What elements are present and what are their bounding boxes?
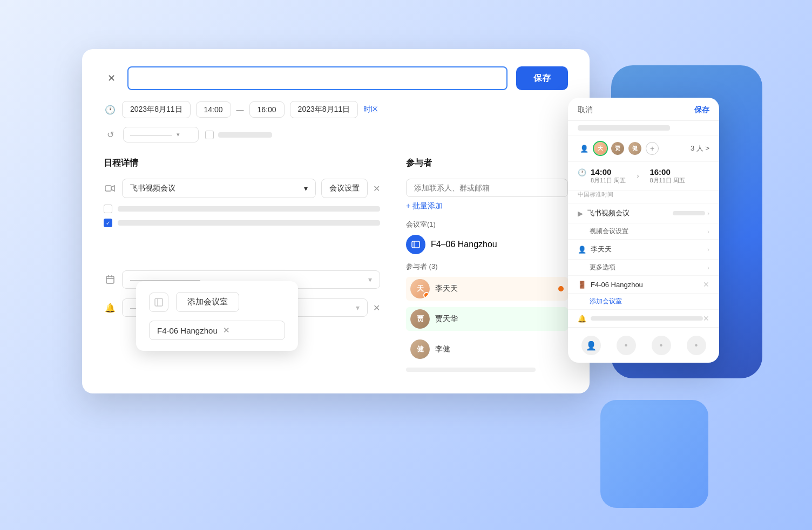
option-item-2: ✓ <box>104 219 380 227</box>
participants-search-input[interactable] <box>406 179 568 197</box>
start-time-button[interactable]: 14:00 <box>196 101 231 118</box>
start-date-button[interactable]: 2023年8月11日 <box>122 101 191 118</box>
option-item-1 <box>104 205 380 213</box>
arrow-icon: › <box>637 172 639 180</box>
close-button[interactable]: ✕ <box>104 71 119 86</box>
status-badge <box>423 292 430 298</box>
video-settings-label: 视频会议设置 <box>590 227 628 236</box>
option-checkbox-1[interactable] <box>104 205 112 213</box>
person-icon: 👤 <box>578 246 586 254</box>
video-meeting-row: 飞书视频会议 ▾ 会议设置 ✕ <box>104 179 380 198</box>
more-options-label: 更多选项 <box>590 263 615 272</box>
mobile-room-item: 🚪 F4-06 Hangzhou ✕ <box>568 276 719 294</box>
mobile-add-room-link[interactable]: 添加会议室 <box>568 294 719 310</box>
selected-room-tag: F4-06 Hangzhou ✕ <box>149 321 285 340</box>
mobile-remove-room-button[interactable]: ✕ <box>703 280 709 289</box>
mobile-room-label: F4-06 Hangzhou <box>591 281 703 289</box>
allday-checkbox-row <box>205 131 272 139</box>
participant-item: 贾 贾天华 <box>406 307 568 331</box>
room-avatar <box>406 235 425 254</box>
mobile-start-time: 14:00 8月11日 周五 <box>591 167 626 185</box>
mobile-contact-item[interactable]: 👤 李天天 › <box>568 240 719 260</box>
avatar: 健 <box>410 339 430 359</box>
mobile-video-settings[interactable]: 视频会议设置 › <box>568 223 719 240</box>
mobile-more-options[interactable]: 更多选项 › <box>568 260 719 276</box>
reminder-placeholder <box>591 316 703 321</box>
remove-reminder-button[interactable]: ✕ <box>373 303 380 313</box>
chevron-right-icon: › <box>707 210 709 216</box>
room-section-label: 会议室(1) <box>406 220 568 229</box>
remove-reminder-button[interactable]: ✕ <box>703 314 709 323</box>
mobile-save-button[interactable]: 保存 <box>694 105 709 115</box>
avatar: 天 <box>593 141 608 156</box>
schedule-section-title: 日程详情 <box>104 158 380 169</box>
repeat-row: ↺ —————— ▾ <box>104 127 568 142</box>
repeat-icon: ↺ <box>104 128 117 141</box>
bottom-icon-3[interactable]: • <box>652 336 671 355</box>
allday-checkbox[interactable] <box>205 131 214 139</box>
mobile-avatars-row: 👤 天 贾 健 + 3 人 > <box>568 135 719 162</box>
participants-section-title: 参与者 <box>406 158 568 169</box>
bottom-icon-1[interactable]: 👤 <box>581 336 601 355</box>
bottom-icon-2[interactable]: • <box>617 336 636 355</box>
room-popup: 添加会议室 F4-06 Hangzhou ✕ <box>136 281 298 351</box>
start-date-label: 8月11日 周五 <box>591 176 626 185</box>
mobile-time-info: 14:00 8月11日 周五 › 16:00 8月11日 周五 <box>591 167 685 185</box>
end-date-label: 8月11日 周五 <box>649 176 685 185</box>
scroll-hint <box>406 368 536 372</box>
bell-icon: 🔔 <box>104 301 117 314</box>
bottom-icon-4[interactable]: • <box>687 336 706 355</box>
video-icon: ▶ <box>578 209 583 218</box>
start-time-label: 14:00 <box>591 167 626 176</box>
remove-video-button[interactable]: ✕ <box>373 184 380 194</box>
event-title-input[interactable] <box>127 66 508 90</box>
remove-room-button[interactable]: ✕ <box>223 325 230 335</box>
timezone-link[interactable]: 时区 <box>363 105 378 114</box>
batch-add-link[interactable]: + 批量添加 <box>406 201 568 211</box>
clock-icon: 🕐 <box>578 168 586 176</box>
bg-decoration-bottom <box>600 400 708 508</box>
end-time-button[interactable]: 16:00 <box>249 101 285 118</box>
participant-name: 贾天华 <box>435 314 458 324</box>
mobile-video-label: 飞书视频会议 <box>587 208 673 218</box>
chevron-right-icon: › <box>707 264 709 271</box>
mobile-end-time: 16:00 8月11日 周五 <box>649 167 685 185</box>
chevron-down-icon: ▾ <box>177 131 180 138</box>
video-type-label: 飞书视频会议 <box>130 184 175 193</box>
chevron-down-icon: ▾ <box>368 275 372 284</box>
option-checkbox-2[interactable]: ✓ <box>104 219 112 227</box>
participants-section: 参与者 + 批量添加 会议室(1) F4–06 Hangzhou 参与者 (3)… <box>406 158 568 372</box>
svg-marker-1 <box>111 186 114 191</box>
clock-icon: 🕐 <box>104 103 117 116</box>
allday-label-placeholder <box>218 132 272 138</box>
avatar: 贾 <box>610 141 625 156</box>
mobile-cancel-button[interactable]: 取消 <box>578 105 593 115</box>
svg-rect-0 <box>105 186 111 191</box>
end-date-button[interactable]: 2023年8月11日 <box>290 101 358 118</box>
save-button[interactable]: 保存 <box>516 66 568 90</box>
avatar: 天 <box>410 279 430 298</box>
add-room-button[interactable]: 添加会议室 <box>176 292 239 312</box>
participant-name: 李健 <box>435 344 450 354</box>
mobile-video-item[interactable]: ▶ 飞书视频会议 › <box>568 203 719 223</box>
participant-name: 李天天 <box>435 284 458 294</box>
svg-rect-8 <box>155 298 163 306</box>
participants-icon: 👤 <box>578 142 591 155</box>
repeat-select[interactable]: —————— ▾ <box>123 127 199 142</box>
end-time-label: 16:00 <box>649 167 685 176</box>
chevron-right-icon: › <box>707 246 709 253</box>
participants-count-label: 参与者 (3) <box>406 262 568 271</box>
video-icon <box>104 182 117 195</box>
mobile-header: 取消 保存 <box>568 98 719 121</box>
meeting-settings-button[interactable]: 会议设置 <box>321 179 368 198</box>
video-type-select[interactable]: 飞书视频会议 ▾ <box>122 179 316 198</box>
mobile-bell-row: 🔔 ✕ <box>568 310 719 328</box>
room-popup-row: 添加会议室 <box>149 292 285 312</box>
mobile-event-form: 取消 保存 👤 天 贾 健 + 3 人 > 🕐 14:00 <box>568 98 719 363</box>
room-list-item: F4–06 Hangzhou <box>406 235 568 254</box>
mobile-participant-count: 3 人 > <box>691 144 709 153</box>
close-icon: ✕ <box>107 72 116 84</box>
mobile-contact-label: 李天天 <box>591 244 705 254</box>
option-label-2 <box>118 220 380 226</box>
mobile-add-participant-button[interactable]: + <box>646 142 659 155</box>
